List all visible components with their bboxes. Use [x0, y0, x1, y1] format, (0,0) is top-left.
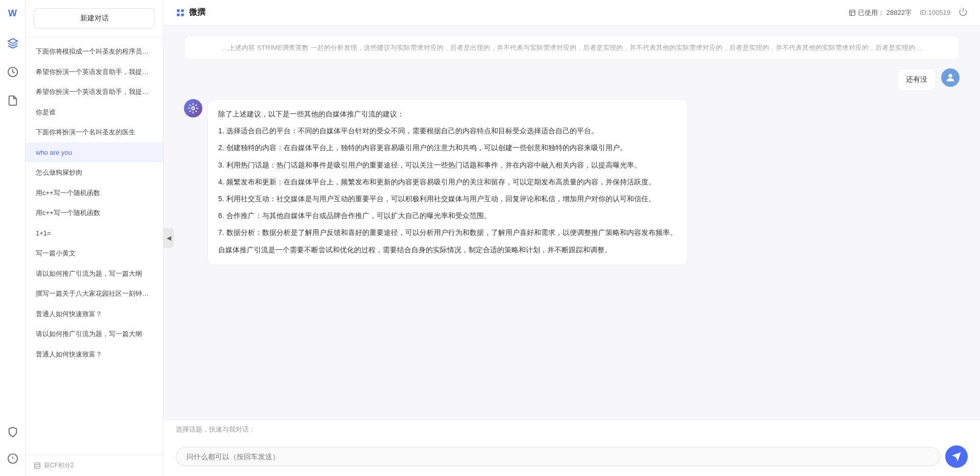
sidebar-bottom-label: 获CF积分2	[44, 461, 74, 470]
user-id: ID:100519	[920, 9, 950, 16]
chat-area: …上述内容 STRIME调查英数 一起的分析发现，这些建议与实际需求对应的，后者…	[164, 26, 980, 419]
svg-point-4	[35, 463, 40, 465]
collapse-sidebar-button[interactable]: ◀	[164, 228, 174, 248]
sidebar-item[interactable]: 希望你扮演一个英语发音助手，我提供给你...	[26, 62, 163, 82]
usage-icon	[849, 9, 856, 16]
ai-response-point: 3. 利用热门话题：热门话题和事件是吸引用户的重要途径，可以关注一些热门话题和事…	[218, 159, 677, 172]
topbar-left: 微撰	[176, 7, 205, 18]
sidebar-list: 下面你将模拟成一个叫圣友的程序员，我说...希望你扮演一个英语发音助手，我提供给…	[26, 37, 163, 455]
input-area	[164, 440, 980, 476]
sidebar-item[interactable]: 下面你将扮演一个名叫圣友的医生	[26, 122, 163, 142]
svg-point-13	[948, 74, 952, 78]
svg-rect-8	[181, 13, 184, 16]
main-area: 微撰 已使用： 28822字 ID:100519 …上述内容 STRIME调查	[164, 0, 980, 476]
topbar-logo-icon	[176, 8, 185, 17]
svg-marker-16	[953, 453, 961, 461]
quick-bar: 选择话题，快速与我对话：	[164, 419, 980, 440]
icon-bar: W	[0, 0, 26, 476]
topbar-right: 已使用： 28822字 ID:100519	[849, 7, 968, 18]
sidebar-item[interactable]: 普通人如何快速致富？	[26, 304, 163, 324]
sidebar-bottom: 获CF积分2	[26, 455, 163, 476]
sidebar-item[interactable]: 1+1=	[26, 223, 163, 244]
svg-rect-5	[177, 9, 179, 12]
svg-rect-6	[181, 9, 184, 12]
nav-info-icon[interactable]	[4, 449, 22, 468]
usage-value: 28822字	[886, 8, 912, 17]
sidebar-item[interactable]: 请以如何推广引流为题，写一篇大纲	[26, 324, 163, 344]
sidebar-item[interactable]: 希望你扮演一个英语发音助手，我提供给你...	[26, 82, 163, 102]
sidebar-item[interactable]: 你是谁	[26, 102, 163, 123]
chat-input[interactable]	[176, 447, 940, 466]
ai-response-point: 5. 利用社交互动：社交媒体是与用户互动的重要平台，可以积极利用社交媒体与用户互…	[218, 193, 677, 205]
usage-info: 已使用： 28822字	[849, 8, 912, 17]
svg-point-14	[192, 107, 195, 110]
new-chat-button[interactable]: 新建对话	[34, 8, 155, 29]
svg-rect-9	[850, 10, 855, 15]
send-icon	[952, 452, 961, 461]
user-avatar	[941, 68, 960, 87]
ai-response-point: 4. 频繁发布和更新：在自媒体平台上，频繁发布和更新的内容更容易吸引用户的关注和…	[218, 176, 677, 188]
ai-message: 除了上述建议，以下是一些其他的自媒体推广引流的建议：1. 选择适合自己的平台：不…	[184, 99, 960, 265]
sidebar-item[interactable]: 用c++写一个随机函数	[26, 183, 163, 203]
sidebar-item[interactable]: 用c++写一个随机函数	[26, 203, 163, 223]
ai-response-conclusion: 自媒体推广引流是一个需要不断尝试和优化的过程，需要结合自身的实际情况，制定合适的…	[218, 244, 677, 256]
ai-response-point: 2. 创建独特的内容：在自媒体平台上，独特的内容更容易吸引用户的注意力和共鸣，可…	[218, 141, 677, 154]
ai-response-point: 6. 合作推广：与其他自媒体平台或品牌合作推广，可以扩大自己的曝光率和受众范围。	[218, 209, 677, 222]
prev-message-text: …上述内容 STRIME调查英数 一起的分析发现，这些建议与实际需求对应的，后者…	[222, 44, 921, 52]
power-button[interactable]	[959, 7, 968, 18]
nav-clock-icon[interactable]	[4, 63, 22, 81]
quick-bar-label: 选择话题，快速与我对话：	[176, 425, 968, 434]
sidebar-item[interactable]: 怎么做狗屎炒肉	[26, 162, 163, 183]
send-button[interactable]	[945, 445, 968, 468]
user-message: 还有没	[184, 68, 960, 91]
ai-response-point: 7. 数据分析：数据分析是了解用户反馈和喜好的重要途径，可以分析用户行为和数据，…	[218, 226, 677, 239]
sidebar-item[interactable]: 撰写一篇关于八大家花园社区一刻钟便民生...	[26, 283, 163, 304]
collapse-icon: ◀	[167, 234, 171, 242]
prev-message: …上述内容 STRIME调查英数 一起的分析发现，这些建议与实际需求对应的，后者…	[184, 36, 960, 60]
app-logo: W	[8, 8, 17, 19]
user-message-text: 还有没	[906, 75, 927, 83]
app-title: 微撰	[189, 7, 205, 18]
sidebar: 新建对话 下面你将模拟成一个叫圣友的程序员，我说...希望你扮演一个英语发音助手…	[26, 0, 164, 476]
ai-bubble: 除了上述建议，以下是一些其他的自媒体推广引流的建议：1. 选择适合自己的平台：不…	[207, 99, 688, 265]
topbar: 微撰 已使用： 28822字 ID:100519	[164, 0, 980, 26]
nav-shield-icon[interactable]	[4, 423, 22, 441]
sidebar-header: 新建对话	[26, 0, 163, 37]
usage-label: 已使用：	[858, 8, 884, 17]
sidebar-item[interactable]: who are you	[26, 142, 163, 163]
sidebar-item[interactable]: 写一篇小黄文	[26, 243, 163, 264]
bottom-icons	[4, 423, 22, 468]
svg-rect-7	[177, 13, 179, 16]
sidebar-item[interactable]: 请以如何推广引流为题，写一篇大纲	[26, 264, 163, 284]
nav-home-icon[interactable]	[4, 34, 22, 53]
sidebar-item[interactable]: 普通人如何快速致富？	[26, 344, 163, 365]
ai-avatar	[184, 99, 202, 117]
sidebar-item[interactable]: 下面你将模拟成一个叫圣友的程序员，我说...	[26, 41, 163, 62]
nav-file-icon[interactable]	[4, 91, 22, 110]
ai-response-point: 1. 选择适合自己的平台：不同的自媒体平台针对的受众不同，需要根据自己的内容特点…	[218, 125, 677, 137]
user-bubble: 还有没	[897, 68, 936, 91]
